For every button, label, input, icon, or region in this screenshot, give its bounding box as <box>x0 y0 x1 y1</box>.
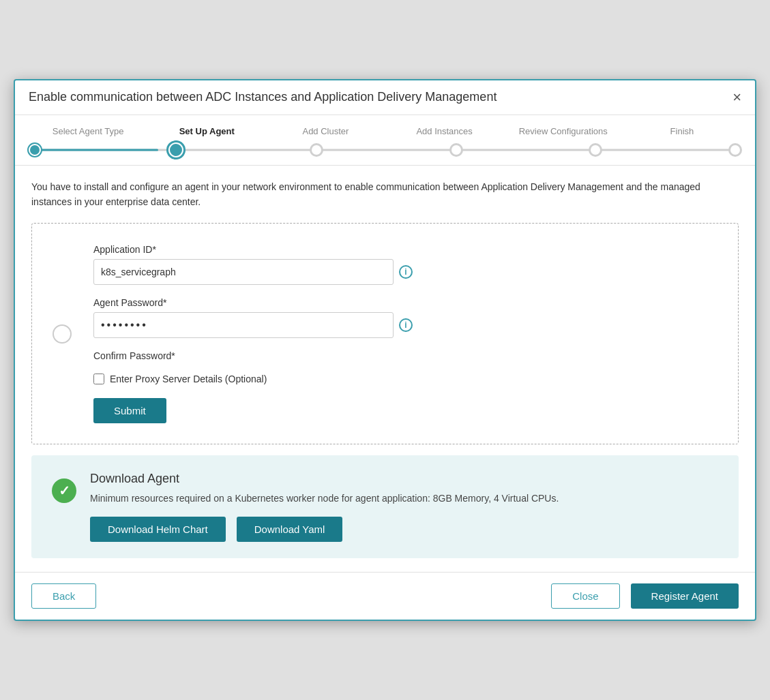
form-section: Application ID* i Agent Password* i Conf… <box>31 223 739 444</box>
download-section: ✓ Download Agent Minimum resources requi… <box>31 455 739 558</box>
app-id-label: Application ID* <box>93 244 629 255</box>
agent-password-info-icon[interactable]: i <box>399 318 413 332</box>
app-id-group: Application ID* i <box>93 244 629 285</box>
download-buttons: Download Helm Chart Download Yaml <box>90 517 718 542</box>
app-id-input-wrapper: i <box>93 259 629 285</box>
step-dot-4 <box>450 144 462 156</box>
register-agent-button[interactable]: Register Agent <box>631 583 739 609</box>
modal-footer: Back Close Register Agent <box>15 572 755 620</box>
download-agent-title: Download Agent <box>90 472 718 486</box>
close-icon-button[interactable]: × <box>732 90 741 105</box>
check-mark: ✓ <box>59 483 70 499</box>
modal-container: Enable communication between ADC Instanc… <box>14 79 756 622</box>
step-label-6: Finish <box>623 126 741 136</box>
step-label-3: Add Cluster <box>266 126 385 136</box>
step-label-1: Select Agent Type <box>29 126 147 136</box>
stepper-track <box>29 142 741 158</box>
step-label-2: Set Up Agent <box>147 126 266 136</box>
download-description: Minimum resources required on a Kubernet… <box>90 491 718 506</box>
proxy-checkbox-row: Enter Proxy Server Details (Optional) <box>93 374 629 384</box>
download-helm-chart-button[interactable]: Download Helm Chart <box>90 517 226 542</box>
close-button[interactable]: Close <box>551 583 619 609</box>
download-yaml-button[interactable]: Download Yaml <box>237 517 343 542</box>
agent-password-group: Agent Password* i <box>93 297 629 338</box>
modal-body: You have to install and configure an age… <box>15 166 755 573</box>
footer-right: Close Register Agent <box>551 583 739 609</box>
app-id-input[interactable] <box>93 259 394 285</box>
check-circle-icon: ✓ <box>52 478 76 503</box>
step-dot-6 <box>729 144 741 156</box>
steps-labels: Select Agent Type Set Up Agent Add Clust… <box>29 126 741 136</box>
radio-indicator <box>53 324 72 344</box>
step-dot-1 <box>29 144 41 156</box>
submit-button[interactable]: Submit <box>93 398 166 423</box>
app-id-info-icon[interactable]: i <box>399 265 413 279</box>
step-label-4: Add Instances <box>385 126 504 136</box>
agent-password-input-wrapper: i <box>93 312 629 338</box>
proxy-checkbox[interactable] <box>93 374 104 384</box>
stepper-dots <box>29 142 741 157</box>
step-label-5: Review Configurations <box>504 126 623 136</box>
confirm-password-label: Confirm Password* <box>93 350 629 361</box>
download-check-area: ✓ <box>52 478 76 503</box>
back-button[interactable]: Back <box>31 583 96 609</box>
description-text: You have to install and configure an age… <box>31 179 739 210</box>
modal-header: Enable communication between ADC Instanc… <box>15 80 755 115</box>
confirm-password-group: Confirm Password* <box>93 350 629 361</box>
step-dot-3 <box>310 144 323 156</box>
download-content: Download Agent Minimum resources require… <box>90 472 718 542</box>
step-dot-2 <box>168 142 183 157</box>
footer-left: Back <box>31 583 96 609</box>
radio-circle[interactable] <box>53 324 72 344</box>
proxy-checkbox-label: Enter Proxy Server Details (Optional) <box>110 374 267 384</box>
agent-password-label: Agent Password* <box>93 297 629 308</box>
stepper-section: Select Agent Type Set Up Agent Add Clust… <box>15 115 755 166</box>
modal-title: Enable communication between ADC Instanc… <box>29 90 497 104</box>
agent-password-input[interactable] <box>93 312 394 338</box>
step-dot-5 <box>589 144 602 156</box>
